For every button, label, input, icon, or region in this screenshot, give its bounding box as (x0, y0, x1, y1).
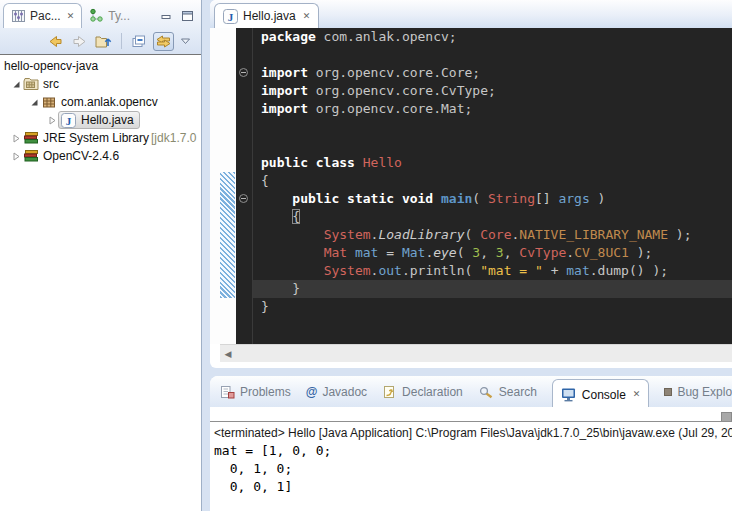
code-token: org.opencv.core.CvType; (308, 83, 496, 98)
code-line-12: System.LoadLibrary( Core.NATIVE_LIBRARY_… (253, 226, 732, 244)
package-icon (40, 96, 57, 109)
method-range-indicator (220, 172, 235, 298)
tree-item-label: Hello.java (79, 113, 136, 127)
code-token: + (543, 263, 566, 278)
view-menu-button[interactable] (179, 36, 192, 46)
view-tab-pac[interactable]: Pac...✕ (3, 3, 82, 28)
code-line-15: } (253, 280, 732, 298)
project-tree[interactable]: hello-opencv-javasrccom.anlak.opencvJHel… (0, 54, 201, 511)
code-token: ); (645, 263, 668, 278)
code-token: ( (472, 191, 488, 206)
link-with-editor-button[interactable] (153, 32, 174, 51)
bug-icon (664, 388, 672, 396)
tree-item-content: src (22, 77, 61, 91)
code-token (347, 245, 355, 260)
console-tab-declaration[interactable]: Declaration (382, 385, 463, 399)
arrow-right-icon (71, 34, 88, 49)
code-line-13: Mat mat = Mat.eye( 3, 3, CvType.CV_8UC1 … (253, 244, 732, 262)
editor-tab-label: Hello.java (243, 9, 296, 23)
code-token: CvType (519, 245, 566, 260)
view-tab-label: Ty... (108, 9, 130, 23)
tree-item-content: JRE System Library [jdk1.7.0 (22, 131, 196, 145)
tree-item-opencv-2-4-6[interactable]: OpenCV-2.4.6 (0, 147, 201, 165)
fold-collapse-icon[interactable] (239, 68, 248, 77)
annotation-ruler[interactable] (210, 28, 220, 344)
java-file-icon: J (60, 113, 77, 128)
code-token: org.opencv.core.Core; (308, 65, 480, 80)
tree-collapsed-arrow-icon[interactable] (46, 114, 58, 126)
folder-up-icon (95, 34, 112, 49)
tree-collapsed-arrow-icon[interactable] (10, 150, 22, 162)
code-token (261, 209, 292, 224)
editor-horizontal-scrollbar[interactable]: ◀ (220, 344, 732, 362)
console-tab-problems[interactable]: Problems (220, 385, 291, 399)
editor-tab-bar: J Hello.java ✕ (210, 0, 732, 29)
console-panel: Problems@JavadocDeclarationSearchConsole… (210, 376, 732, 511)
console-tab-label: Declaration (402, 385, 463, 399)
code-token: mat (566, 263, 589, 278)
code-token: System (324, 227, 371, 242)
code-token: = (378, 245, 401, 260)
console-output-line: 0, 1, 0; (214, 460, 732, 478)
forward-button[interactable] (70, 33, 89, 50)
console-tab-label: Console (582, 388, 626, 402)
code-token: Mat (402, 245, 425, 260)
up-button[interactable] (94, 33, 113, 50)
folding-ruler[interactable] (236, 28, 252, 344)
code-token: "mat = " (480, 263, 543, 278)
editor-tab-hello-java[interactable]: J Hello.java ✕ (214, 3, 319, 28)
code-token: import (261, 65, 308, 80)
code-token (261, 227, 324, 242)
tree-collapsed-arrow-icon[interactable] (10, 132, 22, 144)
code-line-6 (253, 118, 732, 136)
collapse-all-button[interactable] (130, 33, 148, 50)
code-token: [] (535, 191, 558, 206)
code-token: NATIVE_LIBRARY_NAME (519, 227, 668, 242)
tree-item-hello-opencv-java[interactable]: hello-opencv-java (0, 57, 201, 75)
maximize-button[interactable] (182, 7, 193, 25)
code-token: public class (261, 155, 355, 170)
javadoc-icon: @ (306, 385, 318, 399)
close-icon[interactable]: ✕ (301, 12, 311, 21)
console-tab-label: Search (499, 385, 537, 399)
console-text-area[interactable]: <terminated> Hello [Java Application] C:… (210, 421, 732, 511)
console-tab-bug-explorer[interactable]: Bug Explorer (664, 385, 732, 399)
fold-collapse-icon[interactable] (239, 194, 248, 203)
console-tab-search[interactable]: Search (478, 385, 537, 399)
close-icon[interactable]: ✕ (65, 12, 75, 21)
tree-item-jre-system-library[interactable]: JRE System Library [jdk1.7.0 (0, 129, 201, 147)
tree-expanded-arrow-icon[interactable] (10, 78, 22, 90)
tree-item-label: hello-opencv-java (2, 59, 100, 73)
code-token: Mat (324, 245, 347, 260)
package-explorer-icon (11, 9, 26, 24)
code-token: ); (668, 227, 691, 242)
tree-item-com-anlak-opencv[interactable]: com.anlak.opencv (0, 93, 201, 111)
minimize-button[interactable] (161, 7, 172, 25)
tree-expanded-arrow-icon[interactable] (28, 96, 40, 108)
code-token: ); (629, 245, 652, 260)
close-icon[interactable]: ✕ (631, 390, 641, 399)
console-tab-console[interactable]: Console✕ (552, 379, 650, 408)
code-token: ( (465, 263, 481, 278)
svg-text:J: J (66, 114, 72, 126)
console-tab-bar: Problems@JavadocDeclarationSearchConsole… (210, 376, 732, 407)
code-line-11: { (253, 208, 732, 226)
scroll-left-arrow-icon[interactable]: ◀ (220, 349, 236, 359)
source-folder-icon (22, 77, 39, 91)
arrow-left-icon (47, 34, 64, 49)
code-token: ( (457, 245, 473, 260)
code-token: ( (465, 227, 481, 242)
view-tab-ty[interactable]: Ty... (82, 3, 137, 28)
console-tab-javadoc[interactable]: @Javadoc (306, 385, 367, 399)
code-token: { (261, 173, 269, 188)
search-icon (478, 385, 494, 399)
tree-item-src[interactable]: src (0, 75, 201, 93)
code-token: 3 (472, 245, 480, 260)
code-text-area[interactable]: package com.anlak.opencv;import org.open… (252, 28, 732, 344)
back-button[interactable] (46, 33, 65, 50)
collapse-all-icon (131, 34, 147, 49)
range-indicator-ruler (220, 28, 236, 344)
package-explorer-toolbar (46, 30, 192, 52)
tree-item-hello-java[interactable]: JHello.java (0, 111, 201, 129)
declaration-icon (382, 385, 397, 399)
